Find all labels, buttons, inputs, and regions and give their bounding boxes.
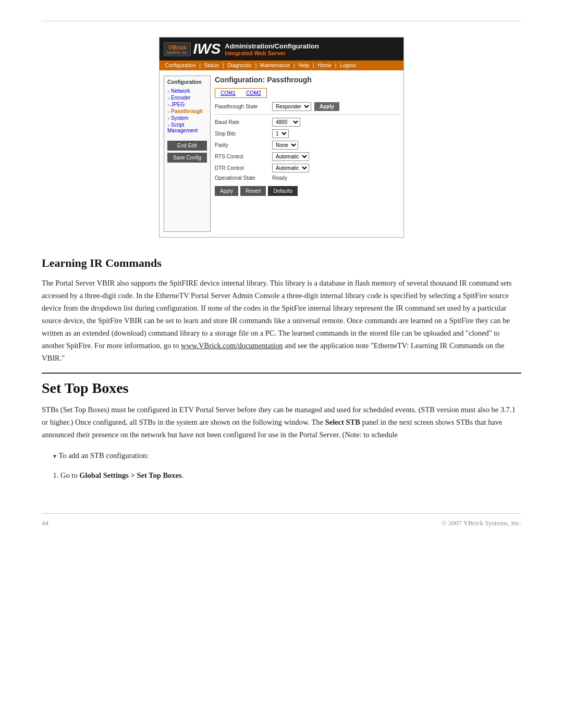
apply-top-button[interactable]: Apply [314,102,339,111]
stop-bits-row: Stop Bits 1 2 [215,129,399,138]
save-config-button[interactable]: Save Config [167,153,207,163]
sidebar-buttons: End Edit Save Config [167,141,207,163]
passthrough-state-row: Passthrough State Responder Initiator Of… [215,102,399,111]
end-edit-button[interactable]: End Edit [167,141,207,151]
baud-rate-select[interactable]: 1200 2400 4800 9600 19200 [272,118,300,127]
divider-1 [215,114,399,115]
sidebar-item-jpeg[interactable]: JPEG [167,102,207,107]
footer-copyright: © 2007 VBrick Systems, Inc. [442,519,521,527]
baud-rate-row: Baud Rate 1200 2400 4800 9600 19200 [215,118,399,127]
set-top-boxes-paragraph: STBs (Set Top Boxes) must be configured … [42,404,521,441]
vbrick-brand: VBrick [168,44,187,51]
numbered-item-1: Go to Global Settings > Set Top Boxes. [60,470,521,482]
nav-help[interactable]: Help [299,63,310,68]
page-footer: 44 © 2007 VBrick Systems, Inc. [42,513,521,527]
bottom-buttons: Apply Revert Defaults [215,186,399,196]
nav-maintenance[interactable]: Maintenance [260,63,290,68]
rts-row: RTS Control Automatic On Off [215,152,399,161]
bullet-list: To add an STB configuration: [42,450,521,462]
nav-separator4: | [293,63,296,68]
passthrough-state-select[interactable]: Responder Initiator Off [272,102,311,111]
iws-nav: Configuration | Status | Diagnostic | Ma… [160,60,403,70]
numbered-list: Go to Global Settings > Set Top Boxes. [42,470,521,482]
nav-logout[interactable]: Logout [340,63,356,68]
com-tabs: COM1 COM2 [215,88,267,98]
iws-title-main: Administration/Configuration [225,42,319,50]
iws-logo-text: IWS [193,41,221,57]
screenshot-box: VBrick systems, inc. IWS Administration/… [159,37,404,238]
sidebar-item-passthrough[interactable]: Passthrough [167,108,207,114]
iws-title-sub: Integrated Web Server [225,50,319,56]
com2-tab[interactable]: COM2 [241,89,266,97]
nav-separator5: | [313,63,315,68]
vbrick-logo: VBrick systems, inc. [164,42,191,56]
vbrick-documentation-link[interactable]: www.VBrick.com/documentation [181,341,283,350]
sidebar-title: Configuration [167,79,207,85]
set-top-boxes-heading: Set Top Boxes [42,373,521,397]
screenshot-wrapper: VBrick systems, inc. IWS Administration/… [42,37,521,238]
learning-heading: Learning IR Commands [42,256,521,270]
nav-separator6: | [335,63,338,68]
top-rule [42,21,521,21]
iws-sidebar: Configuration Network Encoder JPEG Passt… [164,76,211,232]
sidebar-item-system[interactable]: System [167,115,207,121]
nav-separator2: | [223,63,225,68]
sidebar-item-encoder[interactable]: Encoder [167,95,207,101]
sidebar-item-script-management[interactable]: Script Management [167,122,207,133]
learning-paragraph: The Portal Server VBIR also supports the… [42,277,521,364]
vbrick-sub: systems, inc. [167,51,188,54]
iws-header: VBrick systems, inc. IWS Administration/… [160,38,403,60]
stop-bits-label: Stop Bits [215,131,272,137]
dtr-row: DTR Control Automatic On Off [215,164,399,172]
apply-button[interactable]: Apply [215,186,238,196]
sidebar-item-network[interactable]: Network [167,88,207,94]
nav-status[interactable]: Status [204,63,219,68]
rts-label: RTS Control [215,154,272,159]
passthrough-state-label: Passthrough State [215,104,272,109]
learning-section: Learning IR Commands The Portal Server V… [42,256,521,364]
operational-value: Ready [272,175,287,181]
parity-row: Parity None Even Odd [215,141,399,150]
bullet-item-1: To add an STB configuration: [52,450,521,462]
operational-row: Operational State Ready [215,175,399,181]
baud-rate-label: Baud Rate [215,119,272,125]
parity-label: Parity [215,142,272,148]
com1-tab[interactable]: COM1 [215,89,241,97]
nav-separator: | [199,63,202,68]
nav-diagnostic[interactable]: Diagnostic [227,63,252,68]
nav-configuration[interactable]: Configuration [165,63,195,68]
iws-content: Configuration Network Encoder JPEG Passt… [160,70,403,237]
dtr-select[interactable]: Automatic On Off [272,164,309,172]
stop-bits-select[interactable]: 1 2 [272,129,289,138]
dtr-label: DTR Control [215,165,272,171]
operational-label: Operational State [215,175,272,181]
defaults-button[interactable]: Defaults [268,186,298,196]
revert-button[interactable]: Revert [240,186,266,196]
rts-select[interactable]: Automatic On Off [272,152,309,161]
page-number: 44 [42,519,48,527]
set-top-boxes-section: Set Top Boxes STBs (Set Top Boxes) must … [42,373,521,482]
iws-main-panel: Configuration: Passthrough COM1 COM2 Pas… [215,76,399,232]
config-passthrough-title: Configuration: Passthrough [215,76,399,84]
nav-home[interactable]: Home [317,63,332,68]
parity-select[interactable]: None Even Odd [272,141,298,150]
nav-separator3: | [255,63,258,68]
passthrough-state-controls: Responder Initiator Off Apply [272,102,339,111]
iws-title-group: Administration/Configuration Integrated … [225,42,319,56]
